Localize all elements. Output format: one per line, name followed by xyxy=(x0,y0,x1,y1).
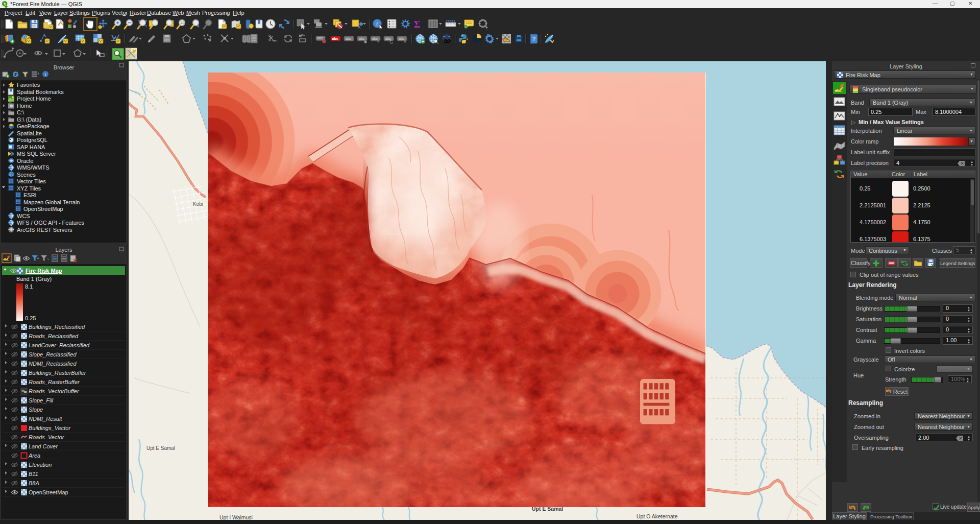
svg-text:G:\ (Data): G:\ (Data) xyxy=(17,116,41,123)
svg-text:SpatiaLite: SpatiaLite xyxy=(17,130,42,136)
svg-text:XYZ Tiles: XYZ Tiles xyxy=(17,185,41,192)
svg-text:Spatial Bookmarks: Spatial Bookmarks xyxy=(17,89,64,95)
svg-text:8.1: 8.1 xyxy=(25,283,33,290)
svg-text:ArcGIS REST Servers: ArcGIS REST Servers xyxy=(17,227,72,233)
svg-text:Layers: Layers xyxy=(55,247,72,253)
svg-text:?: ? xyxy=(532,36,535,42)
svg-text:Mapzen Global Terrain: Mapzen Global Terrain xyxy=(23,199,80,205)
svg-text:Oracle: Oracle xyxy=(17,158,33,164)
svg-text:WMS/WMTS: WMS/WMTS xyxy=(17,164,50,171)
svg-text:Home: Home xyxy=(17,103,32,109)
svg-text:Scenes: Scenes xyxy=(17,172,36,178)
svg-text:Project Home: Project Home xyxy=(17,96,51,102)
svg-text:Favorites: Favorites xyxy=(17,82,40,88)
svg-text:WCS: WCS xyxy=(17,213,30,219)
svg-text:i: i xyxy=(376,20,378,27)
svg-text:abc: abc xyxy=(332,37,338,40)
svg-text:ESRI: ESRI xyxy=(23,192,37,198)
svg-text:PostgreSQL: PostgreSQL xyxy=(17,137,47,143)
svg-text:MS SQL Server: MS SQL Server xyxy=(17,151,56,157)
svg-text:C:\: C:\ xyxy=(17,109,24,115)
svg-text:Σ: Σ xyxy=(414,19,420,30)
svg-text:Kobi: Kobi xyxy=(193,201,203,207)
svg-text:Upt E Samal: Upt E Samal xyxy=(146,445,175,451)
svg-text:WFS / OGC API - Features: WFS / OGC API - Features xyxy=(17,220,85,226)
svg-text:SAP HANA: SAP HANA xyxy=(17,144,45,150)
svg-text:Fire Risk Map: Fire Risk Map xyxy=(26,268,62,274)
svg-text:0.25: 0.25 xyxy=(25,315,36,321)
svg-text:OpenStreetMap: OpenStreetMap xyxy=(23,206,63,212)
svg-text:Upt O Aketernate: Upt O Aketernate xyxy=(636,513,678,519)
svg-text:Upt I Waimusi: Upt I Waimusi xyxy=(219,514,253,520)
svg-text:GeoPackage: GeoPackage xyxy=(17,123,50,129)
svg-text:Band 1 (Gray): Band 1 (Gray) xyxy=(16,276,52,282)
svg-text:1:1: 1:1 xyxy=(180,21,185,25)
svg-text:Vector Tiles: Vector Tiles xyxy=(17,178,46,184)
